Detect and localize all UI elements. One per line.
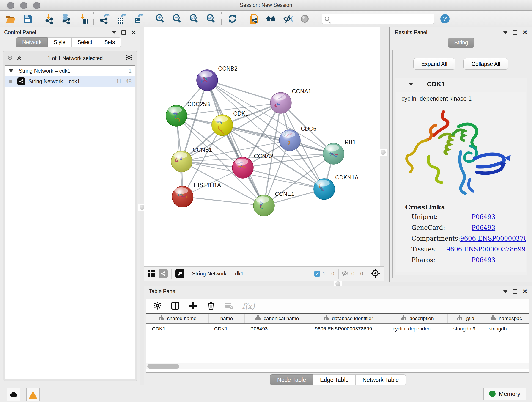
table-cell[interactable]: stringdb — [483, 324, 529, 334]
search-field[interactable] — [322, 13, 434, 24]
network-node-ccnb1[interactable]: CCNB1 — [171, 147, 212, 172]
string-document-icon[interactable] — [248, 13, 259, 24]
table-cell[interactable]: cyclin–dependent ... — [387, 324, 448, 334]
memory-button[interactable]: Memory — [483, 388, 526, 400]
table-cell[interactable]: CDK1 — [209, 324, 245, 334]
crosslink-link[interactable]: P06493 — [472, 256, 495, 264]
table-cell[interactable]: 9606.ENSP00000378699 — [309, 324, 387, 334]
table-cell[interactable]: CDK1 — [146, 324, 209, 334]
expand-all-button[interactable]: Expand All — [413, 58, 455, 70]
tab-edge-table[interactable]: Edge Table — [313, 375, 356, 385]
hidden-eye-icon[interactable] — [341, 269, 349, 278]
crosslink-link[interactable]: P06493 — [472, 224, 495, 231]
network-node-ccne1[interactable]: CCNE1 — [253, 191, 294, 216]
show-columns-icon[interactable] — [171, 301, 180, 311]
column-header-name[interactable]: name — [209, 314, 245, 323]
tab-string[interactable]: String — [448, 38, 474, 48]
network-node-hist1h1a[interactable]: HIST1H1A — [172, 182, 221, 207]
tab-network[interactable]: Network — [16, 37, 48, 47]
panel-float-icon[interactable] — [513, 30, 517, 35]
tab-select[interactable]: Select — [72, 37, 99, 47]
cloud-status-button[interactable] — [7, 388, 20, 401]
column-header-database-identifier[interactable]: database identifier — [309, 314, 387, 323]
window-close-button[interactable] — [7, 2, 14, 9]
network-node-ccna1[interactable]: CCNA1 — [270, 88, 311, 114]
window-minimize-button[interactable] — [20, 2, 27, 9]
import-database-icon[interactable] — [60, 13, 71, 24]
crosslinks-title: CrossLinks — [405, 204, 526, 211]
birds-eye-view-icon[interactable] — [175, 269, 184, 278]
warnings-button[interactable] — [26, 388, 40, 401]
delete-column-icon[interactable] — [206, 301, 215, 311]
refresh-layout-icon[interactable] — [227, 13, 238, 24]
tree-expand-icon[interactable] — [9, 70, 13, 72]
export-table-icon[interactable] — [116, 13, 127, 24]
expand-all-tree-icon[interactable] — [16, 55, 22, 61]
network-tree: String Network – cdk1 1 String Network –… — [5, 65, 135, 379]
collapse-all-button[interactable]: Collapse All — [463, 58, 508, 70]
selected-checkbox-icon[interactable]: ✓ — [314, 271, 320, 277]
table-header-row: shared namenamecanonical namedatabase id… — [146, 314, 529, 324]
network-row-selected[interactable]: String Network – cdk1 11 48 — [6, 76, 135, 87]
zoom-out-icon[interactable] — [171, 13, 182, 24]
table-cell[interactable]: stringdb:9... — [448, 324, 483, 334]
panel-close-icon[interactable]: ✕ — [522, 289, 527, 294]
search-input[interactable] — [331, 16, 428, 22]
panel-menu-icon[interactable] — [503, 290, 508, 293]
panel-float-icon[interactable] — [121, 30, 126, 35]
panel-menu-icon[interactable] — [503, 31, 508, 34]
column-header-description[interactable]: description — [387, 314, 448, 323]
table-horizontal-scrollbar[interactable] — [146, 363, 529, 369]
panel-close-icon[interactable]: ✕ — [131, 30, 136, 35]
browser-home-icon[interactable] — [265, 13, 276, 24]
zoom-selected-icon[interactable] — [205, 13, 216, 24]
column-header-namespac[interactable]: namespac — [483, 314, 529, 323]
column-header-shared-name[interactable]: shared name — [146, 314, 209, 323]
zoom-fit-icon[interactable] — [188, 13, 199, 24]
hide-unhide-icon[interactable] — [282, 13, 293, 24]
network-node-cdkn1a[interactable]: CDKN1A — [314, 174, 359, 200]
crosslink-link[interactable]: 9606.ENSP00000378699 — [446, 246, 526, 253]
table-row[interactable]: CDK1CDK1P064939606.ENSP00000378699cyclin… — [146, 324, 529, 334]
scrollbar-thumb[interactable] — [147, 364, 179, 369]
import-table-icon[interactable] — [77, 13, 89, 24]
import-network-icon[interactable] — [44, 13, 55, 24]
crosshair-icon[interactable] — [370, 268, 380, 279]
column-header--id[interactable]: @id — [448, 314, 483, 323]
table-settings-gear-icon[interactable] — [153, 301, 162, 311]
window-titlebar: Session: New Session — [0, 0, 532, 11]
tab-node-table[interactable]: Node Table — [270, 375, 313, 385]
column-header-canonical-name[interactable]: canonical name — [245, 314, 309, 323]
gear-icon[interactable] — [125, 53, 133, 63]
crosslink-link[interactable]: P06493 — [472, 213, 495, 220]
crosslink-link[interactable]: 9606.ENSP00000378699 — [460, 235, 526, 242]
export-network-icon[interactable] — [99, 13, 110, 24]
network-node-rb1[interactable]: RB1 — [323, 139, 356, 164]
collapse-all-tree-icon[interactable] — [7, 55, 13, 61]
network-edge[interactable] — [207, 80, 281, 103]
network-edge[interactable] — [183, 197, 264, 206]
panel-float-icon[interactable] — [513, 289, 517, 294]
section-collapse-icon[interactable] — [409, 83, 413, 86]
tab-style[interactable]: Style — [48, 37, 71, 47]
add-column-icon[interactable] — [189, 301, 198, 311]
zoom-in-icon[interactable] — [154, 13, 165, 24]
open-file-icon[interactable] — [5, 13, 16, 24]
results-panel: Results Panel ✕ String Expand All Collap… — [389, 27, 532, 282]
help-button[interactable]: ? — [439, 13, 450, 24]
network-collection-row[interactable]: String Network – cdk1 1 — [6, 65, 135, 76]
export-image-icon[interactable] — [133, 13, 144, 24]
save-session-icon[interactable] — [22, 13, 33, 24]
panel-menu-icon[interactable] — [112, 31, 116, 34]
network-share-icon[interactable] — [158, 269, 168, 278]
tab-network-table[interactable]: Network Table — [355, 375, 406, 385]
panel-close-icon[interactable]: ✕ — [522, 30, 527, 35]
node-label: CCNA1 — [292, 88, 311, 95]
grid-view-icon[interactable] — [147, 269, 156, 278]
hidden-count: 0 – 0 — [351, 271, 363, 277]
network-canvas[interactable]: CCNB2CCNA1CDC25BCDK1CDC6RB1CCNB1CCNA2CDK… — [144, 27, 380, 266]
table-cell[interactable]: P06493 — [245, 324, 310, 334]
window-zoom-button[interactable] — [33, 2, 40, 9]
tab-sets[interactable]: Sets — [98, 37, 121, 47]
crosslink-label: Tissues: — [405, 246, 446, 253]
